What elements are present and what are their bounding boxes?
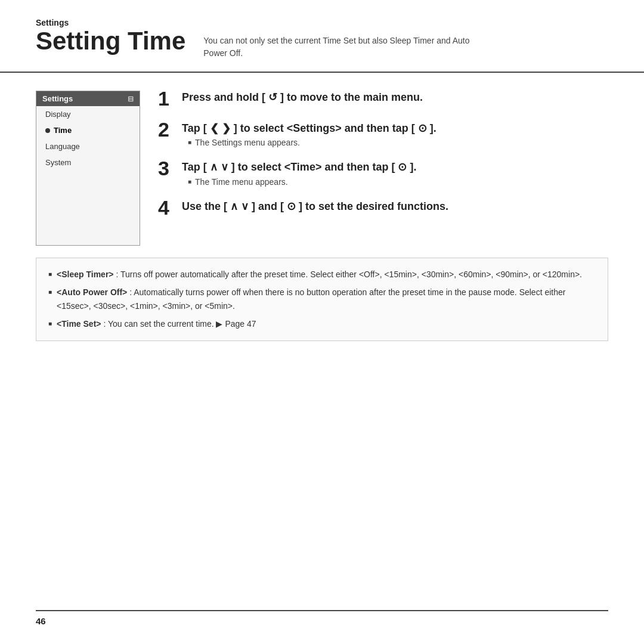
page-footer: 46 xyxy=(36,610,608,626)
bullet-time xyxy=(45,128,50,133)
step-1: 1 Press and hold [ ↺ ] to move to the ma… xyxy=(158,91,608,109)
step-3-note: The Time menu appears. xyxy=(188,177,608,187)
sidebar-item-system-label: System xyxy=(45,158,71,167)
main-content: Settings ⊟ Display Time Language System xyxy=(0,73,644,246)
step-2-content: Tap [ ❮ ❯ ] to select <Settings> and the… xyxy=(182,122,608,147)
sidebar-item-time[interactable]: Time xyxy=(36,122,140,138)
sidebar-item-system[interactable]: System xyxy=(36,154,140,171)
sidebar-header: Settings ⊟ xyxy=(36,91,140,106)
header-left: Settings Setting Time xyxy=(36,18,185,54)
step-2-number: 2 xyxy=(158,119,182,140)
info-text-auto-power-off: <Auto Power Off> : Automatically turns p… xyxy=(57,286,596,312)
step-3-number: 3 xyxy=(158,158,182,178)
sidebar-item-display-label: Display xyxy=(45,110,71,119)
step-3-content: Tap [ ∧ ∨ ] to select <Time> and then ta… xyxy=(182,160,608,186)
step-2-note: The Settings menu appears. xyxy=(188,138,608,147)
sidebar-header-icon: ⊟ xyxy=(128,95,134,103)
sidebar-header-label: Settings xyxy=(42,94,73,103)
sidebar-item-language[interactable]: Language xyxy=(36,138,140,154)
step-3: 3 Tap [ ∧ ∨ ] to select <Time> and then … xyxy=(158,160,608,186)
info-bullet-1: ■ xyxy=(48,270,52,279)
info-bullet-2: ■ xyxy=(48,287,52,297)
step-2: 2 Tap [ ❮ ❯ ] to select <Settings> and t… xyxy=(158,122,608,147)
info-item-auto-power-off: ■ <Auto Power Off> : Automatically turns… xyxy=(48,286,596,312)
step-3-title: Tap [ ∧ ∨ ] to select <Time> and then ta… xyxy=(182,160,608,174)
step-2-title: Tap [ ❮ ❯ ] to select <Settings> and the… xyxy=(182,122,608,135)
info-text-time-set: <Time Set> : You can set the current tim… xyxy=(57,317,256,330)
sidebar-item-display[interactable]: Display xyxy=(36,106,140,122)
page-number: 46 xyxy=(36,616,46,626)
sidebar-item-language-label: Language xyxy=(45,142,80,151)
step-4-content: Use the [ ∧ ∨ ] and [ ⊙ ] to set the des… xyxy=(182,200,608,216)
info-item-sleep-timer: ■ <Sleep Timer> : Turns off power automa… xyxy=(48,268,596,281)
sidebar-item-time-label: Time xyxy=(54,126,72,135)
header-section: Settings Setting Time You can not only s… xyxy=(0,0,644,73)
sidebar-menu: Settings ⊟ Display Time Language System xyxy=(36,91,140,246)
step-4-number: 4 xyxy=(158,197,182,218)
info-text-sleep-timer: <Sleep Timer> : Turns off power automati… xyxy=(57,268,582,281)
settings-label-small: Settings xyxy=(36,18,185,27)
info-item-time-set: ■ <Time Set> : You can set the current t… xyxy=(48,317,596,330)
header-description: You can not only set the current Time Se… xyxy=(203,18,490,60)
page-title: Setting Time xyxy=(36,27,185,55)
step-4-title: Use the [ ∧ ∨ ] and [ ⊙ ] to set the des… xyxy=(182,200,608,213)
step-1-content: Press and hold [ ↺ ] to move to the main… xyxy=(182,91,608,107)
steps-content: 1 Press and hold [ ↺ ] to move to the ma… xyxy=(158,91,608,246)
page-container: Settings Setting Time You can not only s… xyxy=(0,0,644,644)
info-bullet-3: ■ xyxy=(48,319,52,329)
info-box: ■ <Sleep Timer> : Turns off power automa… xyxy=(36,258,608,341)
step-1-number: 1 xyxy=(158,88,182,109)
step-1-title: Press and hold [ ↺ ] to move to the main… xyxy=(182,91,608,104)
step-4: 4 Use the [ ∧ ∨ ] and [ ⊙ ] to set the d… xyxy=(158,200,608,218)
